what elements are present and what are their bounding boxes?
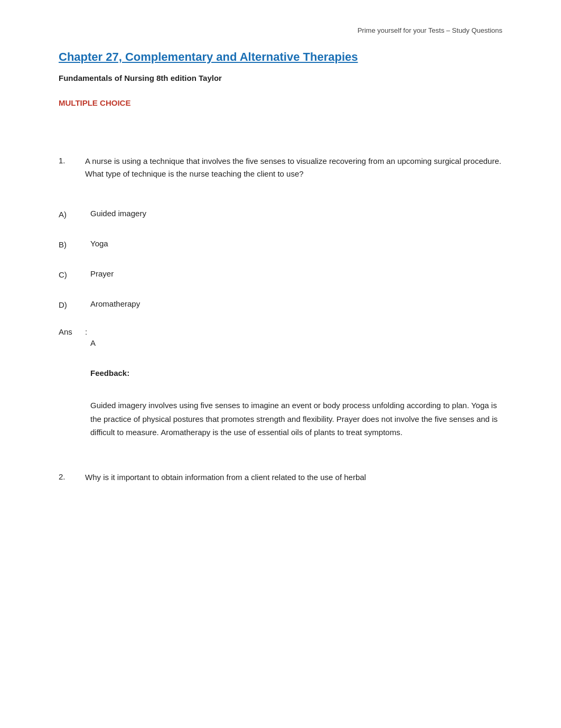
- top-bar-text: Prime yourself for your Tests – Study Qu…: [59, 16, 502, 34]
- question-1-number: 1.: [59, 155, 85, 165]
- answer-a-label: A): [59, 209, 90, 219]
- feedback-block: Feedback: Guided imagery involves using …: [59, 358, 502, 455]
- question-2-row: 2. Why is it important to obtain informa…: [59, 466, 502, 489]
- answer-b-row: B) Yoga: [59, 232, 502, 256]
- answer-b-text: Yoga: [90, 239, 502, 248]
- answer-d-row: D) Aromatherapy: [59, 292, 502, 317]
- question-1-row: 1. A nurse is using a technique that inv…: [59, 150, 502, 186]
- answer-key-colon: :: [85, 327, 87, 336]
- question-1-text: A nurse is using a technique that involv…: [85, 155, 502, 180]
- chapter-title: Chapter 27, Complementary and Alternativ…: [59, 50, 502, 64]
- question-2-text: Why is it important to obtain informatio…: [85, 471, 502, 484]
- book-subtitle: Fundamentals of Nursing 8th edition Tayl…: [59, 73, 502, 82]
- answer-b-label: B): [59, 239, 90, 249]
- answer-key-row: Ans :: [59, 327, 502, 336]
- answer-key-block: Ans : A: [59, 322, 502, 353]
- feedback-title: Feedback:: [90, 368, 502, 377]
- answer-c-label: C): [59, 269, 90, 279]
- answer-d-text: Aromatherapy: [90, 299, 502, 308]
- answer-key-label: Ans: [59, 327, 85, 336]
- answer-d-label: D): [59, 299, 90, 309]
- answer-key-value: A: [59, 338, 502, 347]
- feedback-text: Guided imagery involves using five sense…: [90, 399, 502, 439]
- answer-a-row: A) Guided imagery: [59, 201, 502, 226]
- answer-c-row: C) Prayer: [59, 262, 502, 287]
- question-2-number: 2.: [59, 471, 85, 481]
- question-1-block: 1. A nurse is using a technique that inv…: [59, 150, 502, 455]
- answer-a-text: Guided imagery: [90, 209, 502, 218]
- section-label: MULTIPLE CHOICE: [59, 98, 502, 107]
- answer-c-text: Prayer: [90, 269, 502, 278]
